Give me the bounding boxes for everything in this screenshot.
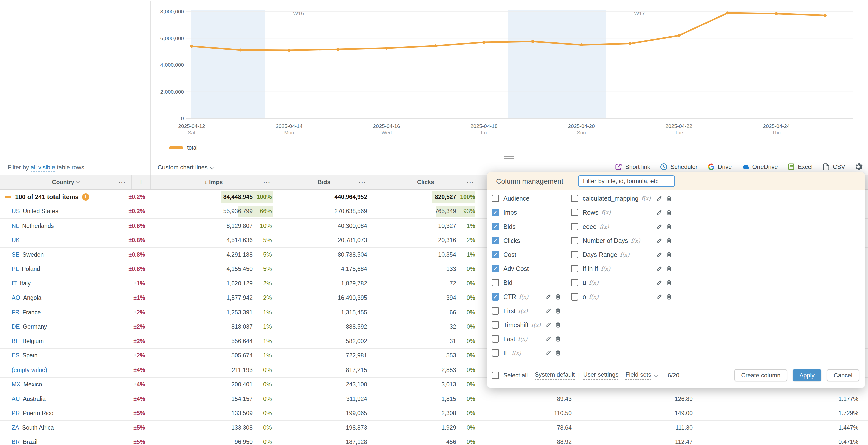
column-filter-input[interactable]: Filter by title, id, formula, etc — [578, 175, 675, 187]
imps-column-menu-icon[interactable]: ··· — [264, 179, 271, 185]
line-chart[interactable]: 8,000,0006,000,0004,000,0002,000,0000W16… — [151, 0, 868, 162]
settings-button[interactable] — [855, 162, 864, 171]
checkbox-unchecked-icon[interactable] — [571, 279, 579, 286]
field-sets-dropdown[interactable]: Field sets — [625, 371, 657, 380]
column-header-country[interactable]: Country ··· — [0, 175, 132, 190]
column-item-u[interactable]: uf(x) — [571, 276, 672, 290]
edit-pencil-icon[interactable] — [656, 237, 662, 244]
delete-trash-icon[interactable] — [666, 209, 672, 216]
column-item-timeshift[interactable]: Timeshiftf(x) — [492, 318, 561, 332]
checkbox-unchecked-icon[interactable] — [492, 335, 499, 343]
edit-pencil-icon[interactable] — [545, 350, 552, 356]
column-item-ctr[interactable]: ✓CTRf(x) — [492, 290, 561, 304]
checkbox-unchecked-icon[interactable] — [571, 209, 579, 216]
checkbox-checked-icon[interactable]: ✓ — [492, 223, 499, 230]
delete-trash-icon[interactable] — [555, 350, 561, 356]
apply-button[interactable]: Apply — [793, 369, 821, 381]
column-item-days-range[interactable]: Days Rangef(x) — [571, 248, 672, 262]
checkbox-unchecked-icon[interactable] — [571, 265, 579, 272]
edit-pencil-icon[interactable] — [545, 336, 552, 342]
edit-pencil-icon[interactable] — [545, 308, 552, 314]
checkbox-unchecked-icon[interactable] — [492, 307, 499, 314]
custom-chart-lines-dropdown[interactable]: Custom chart lines — [158, 164, 214, 172]
column-item-first[interactable]: Firstf(x) — [492, 304, 561, 318]
excel-button[interactable]: Excel — [787, 163, 813, 171]
delete-trash-icon[interactable] — [555, 308, 561, 314]
checkbox-checked-icon[interactable]: ✓ — [492, 209, 499, 216]
system-default-link[interactable]: System default — [535, 371, 575, 380]
checkbox-unchecked-icon[interactable] — [492, 279, 499, 286]
checkbox-unchecked-icon[interactable] — [571, 237, 579, 244]
checkbox-unchecked-icon[interactable] — [492, 195, 499, 202]
drive-button[interactable]: Drive — [707, 163, 732, 171]
delete-trash-icon[interactable] — [666, 251, 672, 258]
csv-button[interactable]: CSV — [822, 163, 845, 171]
delete-trash-icon[interactable] — [666, 223, 672, 230]
edit-pencil-icon[interactable] — [656, 195, 662, 202]
column-item-last[interactable]: Lastf(x) — [492, 332, 561, 346]
onedrive-button[interactable]: OneDrive — [741, 163, 778, 171]
checkbox-unchecked-icon[interactable] — [492, 321, 499, 329]
clicks-column-menu-icon[interactable]: ··· — [467, 179, 474, 185]
delete-trash-icon[interactable] — [666, 279, 672, 286]
edit-pencil-icon[interactable] — [656, 209, 662, 216]
cancel-button[interactable]: Cancel — [827, 369, 859, 381]
column-item-bid[interactable]: Bid — [492, 276, 561, 290]
delete-trash-icon[interactable] — [555, 294, 561, 300]
edit-pencil-icon[interactable] — [656, 251, 662, 258]
checkbox-unchecked-icon[interactable] — [571, 223, 579, 230]
table-row[interactable]: AUAustralia±4%154,1570%311,9241,8150%89.… — [0, 392, 868, 406]
checkbox-checked-icon[interactable]: ✓ — [492, 265, 499, 272]
column-header-bids[interactable]: Bids ··· — [276, 175, 372, 190]
edit-pencil-icon[interactable] — [545, 321, 552, 328]
table-row[interactable]: PRPuerto Rico±5%133,5090%199,0652,3080%1… — [0, 406, 868, 421]
scheduler-button[interactable]: Scheduler — [660, 163, 698, 171]
info-icon[interactable]: i — [82, 194, 89, 201]
column-item-cost[interactable]: ✓Cost — [492, 248, 561, 262]
column-header-imps[interactable]: ↓ Imps ··· — [151, 175, 276, 190]
select-all-checkbox[interactable] — [492, 372, 499, 379]
column-item-adv-cost[interactable]: ✓Adv Cost — [492, 262, 561, 276]
checkbox-checked-icon[interactable]: ✓ — [492, 293, 499, 301]
chart-legend[interactable]: total — [169, 144, 198, 151]
checkbox-checked-icon[interactable]: ✓ — [492, 237, 499, 244]
delete-trash-icon[interactable] — [666, 195, 672, 202]
delete-trash-icon[interactable] — [666, 237, 672, 244]
edit-pencil-icon[interactable] — [656, 279, 662, 286]
checkbox-unchecked-icon[interactable] — [571, 251, 579, 259]
column-item-rows[interactable]: Rowsf(x) — [571, 205, 672, 219]
filter-scope-link[interactable]: all visible — [31, 164, 55, 172]
checkbox-unchecked-icon[interactable] — [571, 195, 579, 202]
column-item-number-of-days[interactable]: Number of Daysf(x) — [571, 234, 672, 248]
delete-trash-icon[interactable] — [666, 265, 672, 272]
add-column-button[interactable]: + — [132, 175, 151, 190]
checkbox-unchecked-icon[interactable] — [571, 293, 579, 301]
chart-table-splitter-handle[interactable] — [504, 156, 515, 161]
delete-trash-icon[interactable] — [555, 321, 561, 328]
table-row[interactable]: BRBrazil±5%96,9500%187,1284560%88.92112.… — [0, 435, 868, 445]
edit-pencil-icon[interactable] — [545, 294, 552, 300]
table-row[interactable]: ZASouth Africa±5%133,3080%198,8731,9290%… — [0, 421, 868, 435]
bids-column-menu-icon[interactable]: ··· — [359, 179, 366, 185]
short-link-button[interactable]: Short link — [615, 163, 650, 171]
column-item-imps[interactable]: ✓Imps — [492, 205, 561, 219]
delete-trash-icon[interactable] — [666, 294, 672, 300]
column-header-clicks[interactable]: Clicks ··· — [372, 175, 480, 190]
column-item-audience[interactable]: Audience — [492, 192, 561, 205]
column-item-clicks[interactable]: ✓Clicks — [492, 234, 561, 248]
delete-trash-icon[interactable] — [555, 336, 561, 342]
column-item-eeee[interactable]: eeeef(x) — [571, 219, 672, 234]
country-column-menu-icon[interactable]: ··· — [119, 179, 126, 185]
column-item-if-in-if[interactable]: If in Iff(x) — [571, 262, 672, 276]
user-settings-link[interactable]: User settings — [583, 371, 618, 380]
checkbox-checked-icon[interactable]: ✓ — [492, 251, 499, 259]
column-item-calculated-mapping[interactable]: calculated_mappingf(x) — [571, 192, 672, 205]
edit-pencil-icon[interactable] — [656, 223, 662, 230]
edit-pencil-icon[interactable] — [656, 294, 662, 300]
column-item-if[interactable]: IFf(x) — [492, 346, 561, 360]
column-item-o[interactable]: of(x) — [571, 290, 672, 304]
create-column-button[interactable]: Create column — [734, 369, 787, 381]
column-item-bids[interactable]: ✓Bids — [492, 219, 561, 234]
edit-pencil-icon[interactable] — [656, 265, 662, 272]
checkbox-unchecked-icon[interactable] — [492, 349, 499, 357]
